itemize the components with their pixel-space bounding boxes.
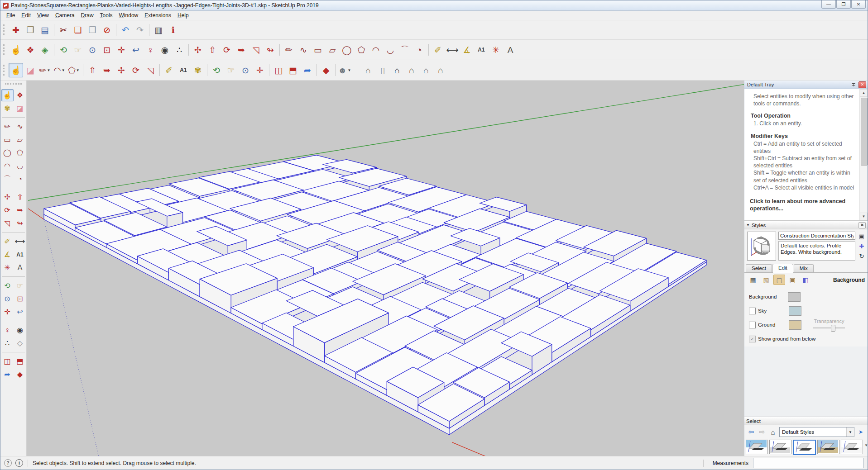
rotate-button[interactable]: ⟳: [129, 63, 143, 77]
shapes-button[interactable]: ⬠▼: [67, 63, 81, 77]
look-around-button[interactable]: ◉: [158, 43, 172, 57]
two-point-arc-button[interactable]: ◡: [14, 160, 26, 172]
styles-panel-header[interactable]: ▼ Styles ✖: [744, 221, 868, 229]
tape-measure-button[interactable]: ✐: [162, 63, 176, 77]
print-button[interactable]: ▥: [151, 23, 166, 37]
rectangle-button[interactable]: ▭: [311, 43, 325, 57]
position-camera-button[interactable]: ♀: [143, 43, 158, 57]
edge-settings-button[interactable]: ▦: [747, 275, 759, 285]
walk-button[interactable]: ∴: [172, 43, 187, 57]
component-house-chimney-button[interactable]: ⌂: [404, 63, 419, 77]
dropdown-arrow-icon[interactable]: ▼: [47, 68, 51, 72]
pie-button[interactable]: ◔: [412, 43, 427, 57]
forward-arrow-icon[interactable]: ⇨: [758, 427, 767, 437]
orbit-button[interactable]: ⟲: [1, 280, 14, 292]
toolbar-grip[interactable]: [3, 44, 6, 55]
undo-button[interactable]: ↶: [118, 23, 133, 37]
redo-button[interactable]: ↷: [133, 23, 147, 37]
collections-dropdown[interactable]: Default Styles ▼: [779, 427, 854, 437]
secondary-pane-icon[interactable]: ▣: [858, 232, 866, 240]
thumbnails-scroll-icon[interactable]: ▼: [864, 443, 868, 447]
zoom-extents-button[interactable]: ✛: [253, 63, 267, 77]
eraser-button[interactable]: ◪: [23, 63, 38, 77]
share-component-button[interactable]: ➦: [300, 63, 315, 77]
scale-button[interactable]: ◹: [143, 63, 158, 77]
update-style-icon[interactable]: ↻: [858, 252, 866, 260]
line-button[interactable]: ✏▼: [38, 63, 52, 77]
toolbar-grip[interactable]: [3, 65, 6, 76]
polygon-button[interactable]: ⬠: [14, 147, 26, 159]
dropdown-arrow-icon[interactable]: ▼: [348, 68, 351, 72]
style-thumb-1[interactable]: [746, 440, 768, 454]
3d-model-canvas[interactable]: [27, 81, 744, 456]
follow-me-button[interactable]: ➥: [14, 204, 26, 216]
axes-button[interactable]: ✳: [489, 43, 503, 57]
style-thumb-4[interactable]: [817, 440, 839, 454]
new-file-button[interactable]: ✚: [9, 23, 23, 37]
move-button[interactable]: ✢: [191, 43, 205, 57]
paste-button[interactable]: ❒: [85, 23, 100, 37]
menu-tools[interactable]: Tools: [97, 11, 116, 19]
home-icon[interactable]: ⌂: [768, 427, 777, 437]
rotated-rectangle-button[interactable]: ▱: [14, 133, 26, 146]
text-button[interactable]: A1: [474, 43, 489, 57]
erase-button[interactable]: ⊘: [100, 23, 114, 37]
circle-button[interactable]: ◯: [340, 43, 354, 57]
component-house-button[interactable]: ⌂: [361, 63, 375, 77]
toolbar-grip[interactable]: [3, 24, 6, 35]
scroll-up-icon[interactable]: ▲: [860, 89, 868, 97]
arc-button[interactable]: ◠: [1, 160, 14, 172]
rectangle-button[interactable]: ▭: [1, 133, 14, 146]
transparency-slider[interactable]: [813, 325, 845, 331]
dimension-button[interactable]: ⟷: [14, 235, 26, 247]
select-button[interactable]: ☝: [1, 89, 14, 101]
background-color-swatch[interactable]: [788, 292, 801, 302]
zoom-previous-button[interactable]: ↩: [14, 306, 26, 318]
offset-button[interactable]: ↬: [263, 43, 278, 57]
toolbar-grip[interactable]: [5, 83, 22, 86]
scale-button[interactable]: ◹: [1, 217, 14, 229]
geolocation-status-icon[interactable]: ?: [4, 459, 12, 467]
pan-button[interactable]: ☞: [71, 43, 85, 57]
rotated-rectangle-button[interactable]: ▱: [325, 43, 340, 57]
walk-button[interactable]: ∴: [1, 337, 14, 349]
tab-mix[interactable]: Mix: [794, 264, 814, 272]
tape-measure-button[interactable]: ✐: [431, 43, 445, 57]
tab-select[interactable]: Select: [746, 264, 772, 272]
follow-me-button[interactable]: ➥: [100, 63, 114, 77]
show-ground-checkbox[interactable]: ✓: [749, 336, 756, 342]
zoom-window-button[interactable]: ⊡: [14, 293, 26, 305]
styles-close-icon[interactable]: ✖: [858, 222, 866, 228]
sky-checkbox[interactable]: [749, 308, 756, 314]
zoom-extents-button[interactable]: ✛: [1, 306, 14, 318]
back-arrow-icon[interactable]: ⇦: [747, 427, 756, 437]
style-thumb-3[interactable]: [793, 440, 816, 455]
style-name-input[interactable]: [778, 232, 855, 240]
menu-help[interactable]: Help: [174, 11, 192, 19]
menu-edit[interactable]: Edit: [18, 11, 34, 19]
tab-edit[interactable]: Edit: [772, 264, 793, 273]
scroll-down-icon[interactable]: ▼: [860, 213, 868, 220]
pan-button[interactable]: ☞: [14, 280, 26, 292]
minimize-button[interactable]: —: [821, 0, 836, 9]
extension-warehouse-button[interactable]: ◆: [319, 63, 333, 77]
push-pull-button[interactable]: ⇧: [14, 191, 26, 203]
background-settings-button[interactable]: ▢: [773, 275, 785, 285]
arc-button[interactable]: ◠: [369, 43, 383, 57]
paint-bucket-button[interactable]: ✾: [191, 63, 205, 77]
look-around-button[interactable]: ◉: [14, 324, 26, 336]
move-button[interactable]: ✢: [114, 63, 129, 77]
component-house-outline-button[interactable]: ⌂: [419, 63, 433, 77]
push-pull-button[interactable]: ⇧: [85, 63, 100, 77]
share-model-button[interactable]: ⬒: [14, 355, 26, 367]
orbit-button[interactable]: ⟲: [56, 43, 71, 57]
make-component-button[interactable]: ❖: [14, 89, 26, 101]
section-plane-button[interactable]: ◇: [14, 337, 26, 349]
line-button[interactable]: ✏: [282, 43, 296, 57]
extension-warehouse-button[interactable]: ◆: [14, 368, 26, 380]
3d-text-button[interactable]: A: [503, 43, 518, 57]
details-arrow-icon[interactable]: ➤: [856, 427, 865, 437]
style-thumb-2[interactable]: [769, 440, 791, 454]
modeling-settings-button[interactable]: ◧: [800, 275, 811, 285]
freehand-button[interactable]: ∿: [296, 43, 311, 57]
